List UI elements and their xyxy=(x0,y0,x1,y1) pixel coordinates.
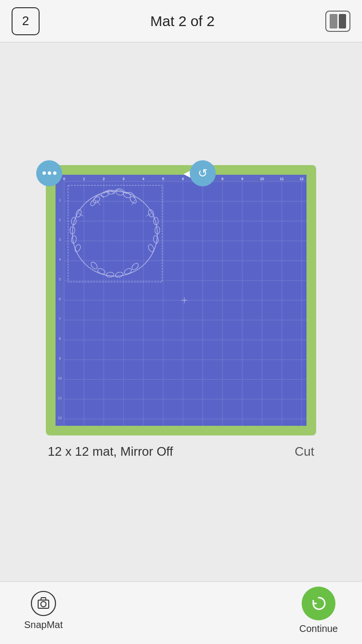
svg-text:10: 10 xyxy=(58,377,62,380)
svg-point-86 xyxy=(41,602,46,607)
mat-grid: 0 1 2 3 4 5 6 7 8 9 10 11 12 xyxy=(56,175,306,426)
svg-text:3: 3 xyxy=(59,238,61,241)
more-options-button[interactable] xyxy=(36,160,62,186)
svg-text:1: 1 xyxy=(59,198,61,202)
svg-text:10: 10 xyxy=(260,177,264,181)
svg-point-73 xyxy=(97,267,106,275)
dot-3 xyxy=(53,171,56,175)
svg-text:9: 9 xyxy=(59,357,61,360)
svg-text:2: 2 xyxy=(103,177,105,181)
snapmat-button[interactable]: SnapMat xyxy=(24,590,63,630)
svg-text:9: 9 xyxy=(241,177,243,181)
dot-2 xyxy=(48,171,51,175)
svg-text:12: 12 xyxy=(58,416,62,420)
split-panel-left xyxy=(330,14,337,28)
svg-point-74 xyxy=(106,272,114,277)
svg-text:7: 7 xyxy=(59,317,61,321)
continue-button[interactable]: Continue xyxy=(299,587,338,634)
split-panel-right xyxy=(339,14,347,28)
svg-text:0: 0 xyxy=(63,177,65,181)
continue-circle xyxy=(302,587,335,620)
svg-point-66 xyxy=(74,243,82,252)
svg-point-70 xyxy=(153,235,159,243)
rotate-icon: ↺ xyxy=(198,167,208,180)
svg-point-75 xyxy=(115,271,124,278)
snapmat-label: SnapMat xyxy=(24,619,63,630)
svg-point-56 xyxy=(90,198,97,206)
svg-point-65 xyxy=(71,235,77,243)
dot-1 xyxy=(42,171,46,175)
svg-text:6: 6 xyxy=(59,297,61,301)
svg-point-59 xyxy=(115,189,124,196)
header: 2 Mat 2 of 2 xyxy=(0,0,362,42)
svg-text:11: 11 xyxy=(280,177,284,181)
mat-info: 12 x 12 mat, Mirror Off Cut xyxy=(46,444,316,459)
svg-text:5: 5 xyxy=(162,177,164,181)
mat-action-label: Cut xyxy=(295,444,314,459)
page-title: Mat 2 of 2 xyxy=(150,13,214,29)
svg-rect-0 xyxy=(56,175,306,182)
svg-rect-87 xyxy=(41,598,46,600)
mat-container[interactable]: ◀ ↺ 0 1 2 xyxy=(46,165,316,435)
mat-size-label: 12 x 12 mat, Mirror Off xyxy=(48,444,173,459)
svg-text:4: 4 xyxy=(59,258,61,261)
split-view-button[interactable] xyxy=(325,11,350,32)
svg-point-77 xyxy=(131,262,139,270)
svg-point-54 xyxy=(72,191,157,276)
svg-text:2: 2 xyxy=(59,218,61,222)
svg-text:8: 8 xyxy=(59,337,61,340)
svg-text:1: 1 xyxy=(83,177,85,181)
svg-text:3: 3 xyxy=(123,177,125,181)
main-content: ◀ ↺ 0 1 2 xyxy=(0,42,362,581)
continue-label: Continue xyxy=(299,623,338,634)
svg-rect-53 xyxy=(68,185,162,282)
bottom-bar: SnapMat Continue xyxy=(0,581,362,644)
snapmat-icon xyxy=(30,590,56,616)
grid-svg: 0 1 2 3 4 5 6 7 8 9 10 11 12 xyxy=(56,175,306,426)
continue-icon xyxy=(309,594,328,613)
svg-point-76 xyxy=(124,267,133,275)
svg-text:4: 4 xyxy=(142,177,144,181)
mat-wrapper: ◀ ↺ 0 1 2 xyxy=(46,165,316,459)
svg-text:11: 11 xyxy=(58,396,62,400)
rotate-area: ◀ ↺ xyxy=(183,160,216,186)
svg-text:8: 8 xyxy=(222,177,223,181)
svg-text:12: 12 xyxy=(300,177,304,181)
rotate-button[interactable]: ↺ xyxy=(190,160,216,186)
mat-number-badge: 2 xyxy=(12,7,40,35)
svg-text:5: 5 xyxy=(59,278,61,281)
svg-point-84 xyxy=(31,591,56,616)
